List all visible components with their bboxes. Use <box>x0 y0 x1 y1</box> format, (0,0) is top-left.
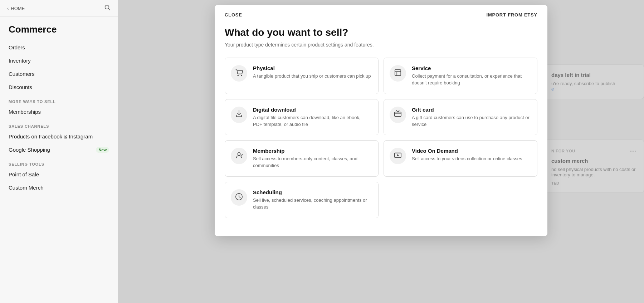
sidebar-item-facebook-instagram[interactable]: Products on Facebook & Instagram <box>0 130 118 143</box>
sidebar-item-discounts[interactable]: Discounts <box>0 80 118 94</box>
sidebar-item-point-of-sale[interactable]: Point of Sale <box>0 168 118 181</box>
sidebar-search-icon[interactable] <box>104 4 111 12</box>
section-label-selling-tools: SELLING TOOLS <box>0 156 118 168</box>
modal-subtitle: Your product type determines certain pro… <box>225 42 537 48</box>
digital-download-desc: A digital file customers can download, l… <box>253 114 371 128</box>
back-icon: ‹ <box>7 6 9 11</box>
product-card-service[interactable]: Service Collect payment for a consultati… <box>384 58 537 94</box>
product-cards-grid: Physical A tangible product that you shi… <box>225 58 537 177</box>
modal-import-button[interactable]: IMPORT FROM ETSY <box>487 12 537 18</box>
scheduling-desc: Sell live, scheduled services, coaching … <box>253 197 371 211</box>
service-card-content: Service Collect payment for a consultati… <box>412 65 530 87</box>
service-icon <box>394 69 402 78</box>
back-home-link[interactable]: ‹ HOME <box>7 6 25 11</box>
sidebar-item-customers[interactable]: Customers <box>0 67 118 80</box>
scheduling-title: Scheduling <box>253 189 371 195</box>
physical-icon <box>235 69 243 78</box>
service-desc: Collect payment for a consultation, or e… <box>412 73 530 87</box>
svg-marker-9 <box>397 154 399 156</box>
sidebar-top: ‹ HOME <box>0 0 118 17</box>
digital-download-icon <box>235 110 243 119</box>
svg-rect-5 <box>395 112 401 117</box>
sidebar-item-google-shopping[interactable]: Google Shopping New <box>0 143 118 156</box>
sidebar-title: Commerce <box>0 17 118 39</box>
product-card-video-on-demand[interactable]: Video On Demand Sell access to your vide… <box>384 140 537 177</box>
sidebar-item-inventory[interactable]: Inventory <box>0 54 118 67</box>
digital-download-icon-wrap <box>231 107 247 123</box>
physical-desc: A tangible product that you ship or cust… <box>253 73 371 80</box>
video-on-demand-title: Video On Demand <box>412 148 530 154</box>
membership-desc: Sell access to members-only content, cla… <box>253 156 371 169</box>
modal-body: What do you want to sell? Your product t… <box>215 23 547 225</box>
product-card-gift-card[interactable]: Gift card A gift card customers can use … <box>384 99 537 136</box>
product-card-physical[interactable]: Physical A tangible product that you shi… <box>225 58 379 94</box>
sidebar-item-memberships[interactable]: Memberships <box>0 105 118 118</box>
digital-download-title: Digital download <box>253 107 371 113</box>
physical-title: Physical <box>253 65 371 71</box>
product-type-modal: CLOSE IMPORT FROM ETSY What do you want … <box>215 5 547 236</box>
gift-card-icon-wrap <box>390 107 406 123</box>
scheduling-icon <box>235 193 243 202</box>
gift-card-content: Gift card A gift card customers can use … <box>412 107 530 128</box>
svg-point-7 <box>238 153 240 155</box>
membership-icon-wrap <box>231 148 247 164</box>
modal-header: CLOSE IMPORT FROM ETSY <box>215 5 547 23</box>
scheduling-icon-wrap <box>231 189 247 206</box>
video-on-demand-icon-wrap <box>390 148 406 164</box>
service-title: Service <box>412 65 530 71</box>
digital-download-card-content: Digital download A digital file customer… <box>253 107 371 128</box>
svg-line-1 <box>109 9 110 10</box>
sidebar-item-orders[interactable]: Orders <box>0 41 118 54</box>
svg-point-0 <box>105 5 109 9</box>
physical-icon-wrap <box>231 65 247 82</box>
membership-icon <box>235 151 243 161</box>
video-on-demand-desc: Sell access to your videos collection or… <box>412 156 530 162</box>
section-label-more-ways: MORE WAYS TO SELL <box>0 94 118 105</box>
physical-card-content: Physical A tangible product that you shi… <box>253 65 371 80</box>
svg-point-2 <box>238 75 238 76</box>
svg-point-3 <box>241 75 242 76</box>
product-card-scheduling[interactable]: Scheduling Sell live, scheduled services… <box>225 182 379 218</box>
gift-card-desc: A gift card customers can use to purchas… <box>412 114 530 128</box>
sidebar: ‹ HOME Commerce Orders Inventory Custome… <box>0 0 118 303</box>
sidebar-item-custom-merch[interactable]: Custom Merch <box>0 181 118 194</box>
video-on-demand-icon <box>394 151 402 161</box>
scheduling-card-content: Scheduling Sell live, scheduled services… <box>253 189 371 211</box>
main-content: days left in trial u're ready, subscribe… <box>118 0 644 303</box>
membership-card-content: Membership Sell access to members-only c… <box>253 148 371 169</box>
gift-card-title: Gift card <box>412 107 530 113</box>
product-card-membership[interactable]: Membership Sell access to members-only c… <box>225 140 379 177</box>
membership-title: Membership <box>253 148 371 154</box>
gift-card-icon <box>394 110 402 119</box>
scheduling-row: Scheduling Sell live, scheduled services… <box>225 182 537 218</box>
svg-rect-4 <box>395 69 401 75</box>
product-card-digital-download[interactable]: Digital download A digital file customer… <box>225 99 379 136</box>
video-on-demand-card-content: Video On Demand Sell access to your vide… <box>412 148 530 162</box>
modal-title: What do you want to sell? <box>225 27 537 38</box>
service-icon-wrap <box>390 65 406 82</box>
sidebar-main-nav: Orders Inventory Customers Discounts MOR… <box>0 39 118 196</box>
section-label-sales-channels: SALES CHANNELS <box>0 118 118 130</box>
modal-close-button[interactable]: CLOSE <box>225 12 242 18</box>
back-label: HOME <box>11 6 25 11</box>
google-shopping-badge: New <box>96 147 109 153</box>
